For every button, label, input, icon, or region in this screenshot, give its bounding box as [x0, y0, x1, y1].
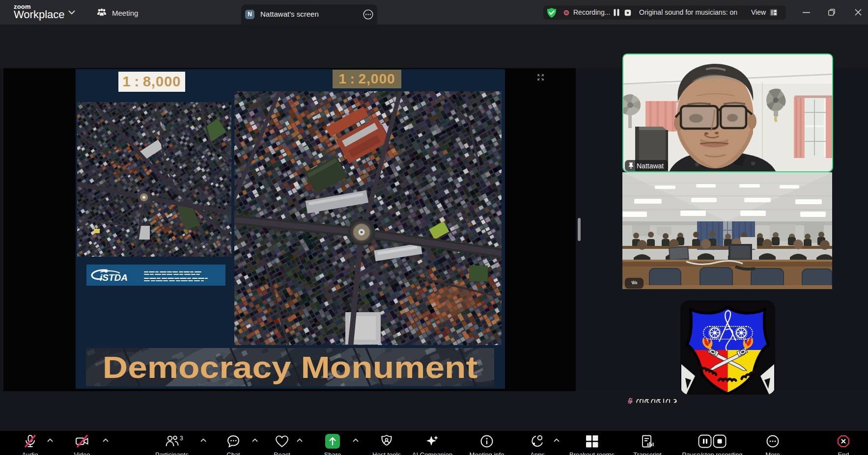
- svg-text:iSTDA: iSTDA: [100, 272, 128, 283]
